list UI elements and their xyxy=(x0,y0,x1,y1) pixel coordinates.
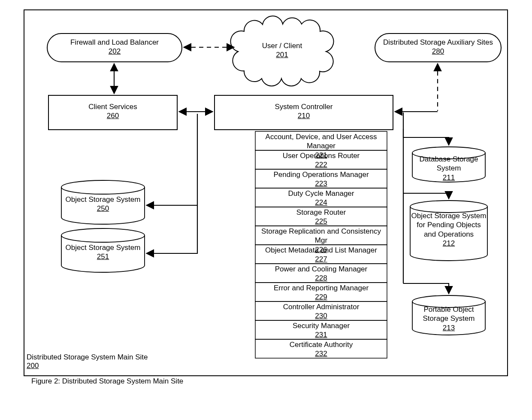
text: Firewall and Load Balancer xyxy=(70,38,159,46)
module-225: Storage Router225 xyxy=(255,208,387,226)
ref: 202 xyxy=(109,47,121,55)
module-230: Controller Administrator230 xyxy=(255,302,387,321)
figure-caption: Figure 2: Distributed Storage System Mai… xyxy=(31,377,183,386)
label-firewall: Firewall and Load Balancer 202 xyxy=(47,38,182,56)
label-system-controller: System Controller 210 xyxy=(215,102,393,121)
ref: 260 xyxy=(107,112,119,120)
ref: 210 xyxy=(298,112,310,120)
text: User / Client xyxy=(262,42,302,50)
connector-cs-oss xyxy=(146,114,197,253)
ref: 280 xyxy=(432,47,444,55)
label-user-client: User / Client 201 xyxy=(240,41,324,60)
svg-point-15 xyxy=(410,201,487,213)
label-db-storage: Database Storage System211 xyxy=(412,155,485,182)
module-223: Pending Operations Manager223 xyxy=(255,170,387,189)
site-label: Distributed Storage System Main Site 200 xyxy=(27,353,148,370)
module-224: Duty Cycle Manager224 xyxy=(255,189,387,207)
svg-point-12 xyxy=(61,180,145,194)
module-232: Certificate Authority232 xyxy=(255,340,387,359)
ref: 201 xyxy=(276,51,288,59)
label-aux-sites: Distributed Storage Auxiliary Sites 280 xyxy=(375,38,501,56)
connector-sc-pending xyxy=(403,193,449,199)
module-228: Power and Cooling Manager228 xyxy=(255,265,387,283)
label-oss-251: Object Storage System251 xyxy=(61,243,145,262)
svg-point-13 xyxy=(61,228,145,242)
label-oss-250: Object Storage System250 xyxy=(61,195,145,213)
text: System Controller xyxy=(275,103,332,111)
label-pending-storage: Object Storage System for Pending Object… xyxy=(410,211,487,248)
connector-sc-db xyxy=(403,129,449,145)
module-231: Security Manager231 xyxy=(255,321,387,340)
module-222: User Operations Router222 xyxy=(255,151,387,170)
text: Distributed Storage Auxiliary Sites xyxy=(383,38,493,46)
label-client-services: Client Services 260 xyxy=(48,102,177,121)
text: Client Services xyxy=(88,103,137,111)
label-portable-storage: Portable Object Storage System213 xyxy=(412,305,485,332)
connector-aux-sc xyxy=(395,64,438,112)
module-229: Error and Reporting Manager229 xyxy=(255,283,387,302)
connector-sc-portable xyxy=(403,283,449,294)
module-227: Object Metadata and List Manager227 xyxy=(255,246,387,264)
